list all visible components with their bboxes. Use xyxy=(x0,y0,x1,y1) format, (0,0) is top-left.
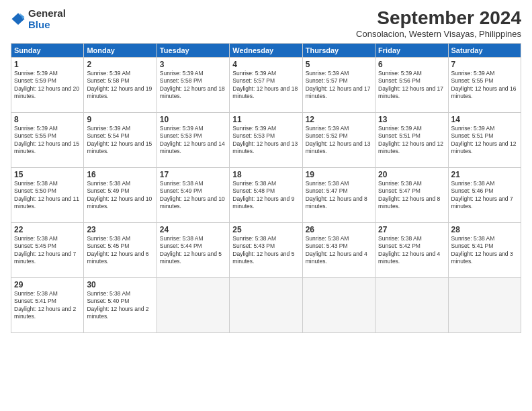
day-info: Sunrise: 5:38 AMSunset: 5:49 PMDaylight:… xyxy=(160,180,226,211)
header-sunday: Sunday xyxy=(11,43,84,57)
calendar-row: 29 Sunrise: 5:38 AMSunset: 5:41 PMDaylig… xyxy=(11,277,521,332)
header-wednesday: Wednesday xyxy=(230,43,302,57)
day-info: Sunrise: 5:39 AMSunset: 5:56 PMDaylight:… xyxy=(378,70,445,101)
day-number: 11 xyxy=(232,115,299,124)
calendar-table: Sunday Monday Tuesday Wednesday Thursday… xyxy=(11,43,521,333)
day-number: 19 xyxy=(306,170,372,179)
day-info: Sunrise: 5:39 AMSunset: 5:51 PMDaylight:… xyxy=(451,125,518,156)
calendar-cell: 5 Sunrise: 5:39 AMSunset: 5:57 PMDayligh… xyxy=(302,57,375,112)
day-number: 3 xyxy=(160,60,226,69)
day-info: Sunrise: 5:39 AMSunset: 5:55 PMDaylight:… xyxy=(451,70,518,101)
day-number: 2 xyxy=(87,60,153,69)
logo: General Blue xyxy=(11,8,66,30)
day-info: Sunrise: 5:38 AMSunset: 5:41 PMDaylight:… xyxy=(14,290,81,321)
calendar-cell: 8 Sunrise: 5:39 AMSunset: 5:55 PMDayligh… xyxy=(11,112,84,167)
day-info: Sunrise: 5:38 AMSunset: 5:46 PMDaylight:… xyxy=(451,180,518,211)
day-info: Sunrise: 5:38 AMSunset: 5:43 PMDaylight:… xyxy=(232,235,299,266)
calendar-cell xyxy=(157,277,229,332)
day-info: Sunrise: 5:39 AMSunset: 5:55 PMDaylight:… xyxy=(14,125,81,156)
calendar-cell: 10 Sunrise: 5:39 AMSunset: 5:53 PMDaylig… xyxy=(157,112,229,167)
logo-icon xyxy=(11,12,26,27)
day-info: Sunrise: 5:39 AMSunset: 5:53 PMDaylight:… xyxy=(160,125,226,156)
day-number: 8 xyxy=(14,115,81,124)
day-number: 18 xyxy=(232,170,299,179)
day-info: Sunrise: 5:38 AMSunset: 5:48 PMDaylight:… xyxy=(232,180,299,211)
day-number: 7 xyxy=(451,60,518,69)
logo-blue: Blue xyxy=(28,19,66,31)
calendar-cell: 26 Sunrise: 5:38 AMSunset: 5:43 PMDaylig… xyxy=(302,222,375,277)
calendar-row: 22 Sunrise: 5:38 AMSunset: 5:45 PMDaylig… xyxy=(11,222,521,277)
day-number: 25 xyxy=(232,225,299,234)
day-number: 6 xyxy=(378,60,445,69)
day-info: Sunrise: 5:38 AMSunset: 5:47 PMDaylight:… xyxy=(306,180,372,211)
calendar-cell: 28 Sunrise: 5:38 AMSunset: 5:41 PMDaylig… xyxy=(448,222,521,277)
day-number: 10 xyxy=(160,115,226,124)
day-number: 21 xyxy=(451,170,518,179)
calendar-cell: 13 Sunrise: 5:39 AMSunset: 5:51 PMDaylig… xyxy=(375,112,448,167)
calendar-cell: 22 Sunrise: 5:38 AMSunset: 5:45 PMDaylig… xyxy=(11,222,84,277)
day-info: Sunrise: 5:39 AMSunset: 5:57 PMDaylight:… xyxy=(306,70,372,101)
day-info: Sunrise: 5:38 AMSunset: 5:49 PMDaylight:… xyxy=(87,180,153,211)
calendar-cell: 16 Sunrise: 5:38 AMSunset: 5:49 PMDaylig… xyxy=(84,167,157,222)
header-tuesday: Tuesday xyxy=(157,43,229,57)
calendar-cell xyxy=(302,277,375,332)
day-number: 14 xyxy=(451,115,518,124)
day-number: 29 xyxy=(14,280,81,289)
calendar-cell: 29 Sunrise: 5:38 AMSunset: 5:41 PMDaylig… xyxy=(11,277,84,332)
day-info: Sunrise: 5:39 AMSunset: 5:58 PMDaylight:… xyxy=(160,70,226,101)
calendar-cell xyxy=(230,277,302,332)
day-number: 15 xyxy=(14,170,81,179)
calendar-cell: 9 Sunrise: 5:39 AMSunset: 5:54 PMDayligh… xyxy=(84,112,157,167)
calendar-cell: 18 Sunrise: 5:38 AMSunset: 5:48 PMDaylig… xyxy=(230,167,302,222)
calendar-cell: 15 Sunrise: 5:38 AMSunset: 5:50 PMDaylig… xyxy=(11,167,84,222)
day-info: Sunrise: 5:38 AMSunset: 5:47 PMDaylight:… xyxy=(378,180,445,211)
calendar-cell: 14 Sunrise: 5:39 AMSunset: 5:51 PMDaylig… xyxy=(448,112,521,167)
calendar-cell: 6 Sunrise: 5:39 AMSunset: 5:56 PMDayligh… xyxy=(375,57,448,112)
day-number: 17 xyxy=(160,170,226,179)
day-info: Sunrise: 5:39 AMSunset: 5:51 PMDaylight:… xyxy=(378,125,445,156)
day-number: 22 xyxy=(14,225,81,234)
logo-general: General xyxy=(28,8,66,19)
day-number: 5 xyxy=(306,60,372,69)
day-info: Sunrise: 5:38 AMSunset: 5:45 PMDaylight:… xyxy=(87,235,153,266)
day-info: Sunrise: 5:39 AMSunset: 5:59 PMDaylight:… xyxy=(14,70,81,101)
svg-marker-0 xyxy=(11,13,24,25)
calendar-row: 1 Sunrise: 5:39 AMSunset: 5:59 PMDayligh… xyxy=(11,57,521,112)
calendar-cell: 4 Sunrise: 5:39 AMSunset: 5:57 PMDayligh… xyxy=(230,57,302,112)
calendar-cell: 27 Sunrise: 5:38 AMSunset: 5:42 PMDaylig… xyxy=(375,222,448,277)
calendar-cell: 12 Sunrise: 5:39 AMSunset: 5:52 PMDaylig… xyxy=(302,112,375,167)
header: General Blue September 2024 Consolacion,… xyxy=(11,8,521,39)
day-info: Sunrise: 5:39 AMSunset: 5:58 PMDaylight:… xyxy=(87,70,153,101)
calendar-header-row: Sunday Monday Tuesday Wednesday Thursday… xyxy=(11,43,521,57)
day-info: Sunrise: 5:39 AMSunset: 5:52 PMDaylight:… xyxy=(306,125,372,156)
day-number: 30 xyxy=(87,280,153,289)
day-number: 24 xyxy=(160,225,226,234)
calendar-cell: 1 Sunrise: 5:39 AMSunset: 5:59 PMDayligh… xyxy=(11,57,84,112)
month-title: September 2024 xyxy=(356,8,521,29)
day-number: 4 xyxy=(232,60,299,69)
day-number: 1 xyxy=(14,60,81,69)
day-info: Sunrise: 5:38 AMSunset: 5:45 PMDaylight:… xyxy=(14,235,81,266)
day-info: Sunrise: 5:38 AMSunset: 5:43 PMDaylight:… xyxy=(306,235,372,266)
calendar-cell: 2 Sunrise: 5:39 AMSunset: 5:58 PMDayligh… xyxy=(84,57,157,112)
calendar-cell: 19 Sunrise: 5:38 AMSunset: 5:47 PMDaylig… xyxy=(302,167,375,222)
day-number: 26 xyxy=(306,225,372,234)
day-number: 16 xyxy=(87,170,153,179)
calendar-cell: 24 Sunrise: 5:38 AMSunset: 5:44 PMDaylig… xyxy=(157,222,229,277)
header-monday: Monday xyxy=(84,43,157,57)
header-friday: Friday xyxy=(375,43,448,57)
day-info: Sunrise: 5:38 AMSunset: 5:40 PMDaylight:… xyxy=(87,290,153,321)
calendar-cell: 30 Sunrise: 5:38 AMSunset: 5:40 PMDaylig… xyxy=(84,277,157,332)
day-info: Sunrise: 5:39 AMSunset: 5:54 PMDaylight:… xyxy=(87,125,153,156)
calendar-cell: 25 Sunrise: 5:38 AMSunset: 5:43 PMDaylig… xyxy=(230,222,302,277)
calendar-cell: 23 Sunrise: 5:38 AMSunset: 5:45 PMDaylig… xyxy=(84,222,157,277)
day-info: Sunrise: 5:38 AMSunset: 5:42 PMDaylight:… xyxy=(378,235,445,266)
calendar-row: 15 Sunrise: 5:38 AMSunset: 5:50 PMDaylig… xyxy=(11,167,521,222)
day-number: 9 xyxy=(87,115,153,124)
day-number: 20 xyxy=(378,170,445,179)
calendar-row: 8 Sunrise: 5:39 AMSunset: 5:55 PMDayligh… xyxy=(11,112,521,167)
logo-text: General Blue xyxy=(28,8,66,30)
calendar-cell: 3 Sunrise: 5:39 AMSunset: 5:58 PMDayligh… xyxy=(157,57,229,112)
day-number: 23 xyxy=(87,225,153,234)
day-info: Sunrise: 5:39 AMSunset: 5:53 PMDaylight:… xyxy=(232,125,299,156)
